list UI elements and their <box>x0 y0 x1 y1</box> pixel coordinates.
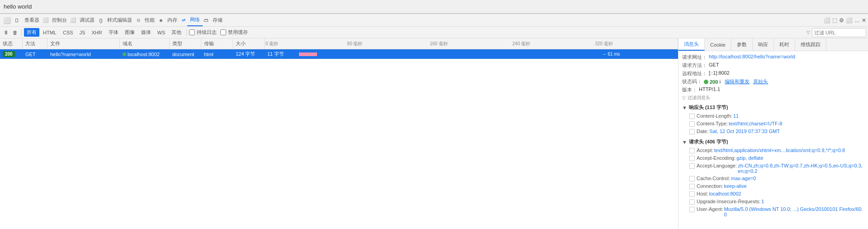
right-tab-haoshi[interactable]: 耗时 <box>774 38 795 51</box>
response-headers-section[interactable]: ▼ 响应头 (113 字节) <box>682 103 864 112</box>
request-headers-section[interactable]: ▼ 请求头 (406 字节) <box>682 137 864 147</box>
settings-icon[interactable]: ⚙ <box>839 17 844 24</box>
th-domain[interactable]: 域名 <box>120 38 170 49</box>
wf-time-label: → 61 ms <box>602 52 620 57</box>
right-tab-xiangying[interactable]: 响应 <box>753 38 774 51</box>
right-tab-cookie[interactable]: Cookie <box>705 38 731 51</box>
request-checkbox-2 <box>689 163 695 169</box>
right-tab-xiaoxi[interactable]: 消息头 <box>678 38 705 51</box>
close-icon[interactable]: ✕ <box>862 17 866 24</box>
request-header-accept: Accept: text/html,application/xhtml+xm…l… <box>682 147 864 154</box>
tab-kongzhi[interactable]: 控制台 <box>49 14 70 26</box>
filter-js[interactable]: JS <box>77 29 88 36</box>
filter-tuxiang[interactable]: 图像 <box>122 28 138 37</box>
td-transfer: 124 字节 <box>233 49 265 59</box>
console-icon[interactable]: ⬜ <box>42 15 49 25</box>
disable-cache-checkbox[interactable]: 禁用缓存 <box>220 29 248 36</box>
wf-tick-4: 320 毫秒 <box>595 41 612 47</box>
record-btn[interactable]: ⏸ <box>2 29 10 37</box>
status-circle-icon <box>704 80 708 84</box>
table-row[interactable]: 200 GET hello?name=world localhost:8002 … <box>0 49 678 59</box>
th-size[interactable]: 大小 <box>233 38 265 49</box>
request-checkbox-6 <box>689 199 695 205</box>
right-tabs: 消息头 Cookie 参数 响应 耗时 维线跟踪 <box>678 38 868 51</box>
right-content: 请求网址： http://localhost:8002/hello?name=w… <box>678 51 868 229</box>
tab-xingneng[interactable]: 性能 <box>142 14 157 26</box>
request-header-accept-language: Accept-Language: zh-CN,zh;q=0.8,zh-TW;q=… <box>682 162 864 175</box>
request-header-user-agent: User-Agent: Mozilla/5.0 (Windows NT 10.0… <box>682 205 864 218</box>
url-filter-input[interactable] <box>812 28 866 37</box>
browser-bar: hello world <box>0 0 868 14</box>
td-method: GET <box>23 49 47 59</box>
wf-tick-2: 160 毫秒 <box>430 41 447 47</box>
request-checkbox-0 <box>689 148 695 153</box>
more-icon[interactable]: … <box>854 17 860 24</box>
version-label: 版本： <box>682 86 697 93</box>
th-method[interactable]: 方法 <box>23 38 47 49</box>
page-icon[interactable]: 🗋 <box>12 15 22 25</box>
tab-chakan[interactable]: 查看器 <box>22 14 42 26</box>
dock-icon[interactable]: ⬜ <box>846 17 853 24</box>
tab-cunchao[interactable]: 存储 <box>210 14 225 26</box>
th-file[interactable]: 文件 <box>47 38 120 49</box>
request-checkbox-7 <box>689 207 695 212</box>
network-icon[interactable]: ⇌ <box>180 15 187 25</box>
response-collapse-icon: ▼ <box>682 105 687 110</box>
storage-icon[interactable]: 🗃 <box>203 15 210 25</box>
domain-dot-icon <box>123 52 126 56</box>
request-header-host: Host: localhost:8002 <box>682 190 864 198</box>
filter-all[interactable]: 所有 <box>24 28 39 37</box>
perf-icon[interactable]: ⊙ <box>135 15 142 25</box>
status-badge: 200 <box>3 51 15 57</box>
responsive-icon[interactable]: ⬜ <box>824 17 830 24</box>
wf-tick-0: 0 毫秒 <box>266 41 278 47</box>
filter-zifu[interactable]: 字体 <box>106 28 121 37</box>
right-panel: 消息头 Cookie 参数 响应 耗时 维线跟踪 请求网址： http://lo… <box>678 38 868 229</box>
version-row: 版本： HTTP/1.1 <box>682 86 864 93</box>
split-icon[interactable]: ⬚ <box>832 17 837 24</box>
tab-wangluo[interactable]: 网络 <box>187 14 203 26</box>
filter-meiti[interactable]: 媒体 <box>138 28 154 37</box>
table-body: 200 GET hello?name=world localhost:8002 … <box>0 49 678 229</box>
th-type[interactable]: 类型 <box>170 38 201 49</box>
tab-tiaoshi[interactable]: 调试器 <box>77 14 97 26</box>
persist-log-checkbox[interactable]: 持续日志 <box>189 29 217 36</box>
right-tab-weizhan[interactable]: 维线跟踪 <box>795 38 826 51</box>
request-headers-label: 请求头 (406 字节) <box>689 138 728 145</box>
status-help-icon[interactable]: ℹ <box>719 79 721 84</box>
th-transfer[interactable]: 传输 <box>201 38 233 49</box>
request-checkbox-4 <box>689 184 695 189</box>
filter-qita[interactable]: 其他 <box>169 28 184 37</box>
filter-xhr[interactable]: XHR <box>89 29 104 36</box>
response-checkbox-1 <box>689 121 695 127</box>
response-checkbox-2 <box>689 129 695 134</box>
response-header-date: Date: Sat, 12 Oct 2019 07:37:33 GMT <box>682 128 864 135</box>
filter-css[interactable]: CSS <box>60 29 76 36</box>
network-toolbar: ⏸ 🗑 所有 HTML CSS JS XHR 字体 图像 媒体 WS 其他 持续… <box>0 27 868 38</box>
mem-icon[interactable]: ◈ <box>157 15 165 25</box>
request-checkbox-3 <box>689 176 695 181</box>
request-method-row: 请求方法： GET <box>682 62 864 69</box>
edit-resend-btn[interactable]: 编辑和重发 <box>725 78 749 85</box>
debugger-icon[interactable]: ⬜ <box>70 15 77 25</box>
style-icon[interactable]: {} <box>97 15 104 25</box>
filter-ws[interactable]: WS <box>155 29 168 36</box>
raw-header-btn[interactable]: 原始头 <box>753 78 768 85</box>
network-table-area: 状态 方法 文件 域名 类型 传输 大小 0 毫秒 80 毫秒 160 毫秒 2… <box>0 38 678 229</box>
response-checkbox-0 <box>689 114 695 119</box>
filter-html[interactable]: HTML <box>40 29 59 36</box>
td-waterfall: → 61 ms <box>296 49 678 59</box>
right-tab-canshu[interactable]: 参数 <box>731 38 753 51</box>
inspector-icon[interactable]: ⬜ <box>2 15 12 25</box>
version-value: HTTP/1.1 <box>699 86 720 93</box>
filter-chevron-icon: ▽ <box>682 95 686 100</box>
th-status[interactable]: 状态 <box>0 38 23 49</box>
remote-addr-label: 远程地址： <box>682 70 707 77</box>
clear-btn[interactable]: 🗑 <box>11 29 19 37</box>
request-header-cache-control: Cache-Control: max-age=0 <box>682 175 864 182</box>
request-method-value: GET <box>709 62 719 69</box>
th-waterfall: 0 毫秒 80 毫秒 160 毫秒 240 毫秒 320 毫秒 <box>265 38 678 49</box>
tab-yangshi[interactable]: 样式编辑器 <box>104 14 135 26</box>
request-header-accept-encoding: Accept-Encoding: gzip, deflate <box>682 154 864 162</box>
tab-neicun[interactable]: 内存 <box>165 14 180 26</box>
